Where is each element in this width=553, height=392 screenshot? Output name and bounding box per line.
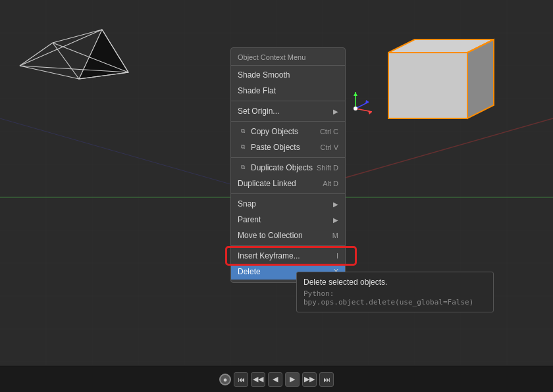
duplicate-shortcut: Shift D	[317, 162, 338, 174]
3d-viewport[interactable]: Object Context Menu Shade Smooth Shade F…	[0, 0, 553, 366]
menu-item-shade-flat[interactable]: Shade Flat	[231, 83, 345, 99]
menu-item-snap[interactable]: Snap ▶	[231, 196, 345, 212]
keyframe-shortcut: I	[336, 251, 338, 262]
move-collection-shortcut: M	[332, 230, 338, 241]
play-button[interactable]: ▶	[285, 372, 300, 387]
svg-rect-39	[388, 53, 467, 118]
menu-item-copy-objects[interactable]: ⧉ Copy Objects Ctrl C	[231, 124, 345, 139]
menu-separator-3	[231, 157, 345, 158]
menu-item-set-origin[interactable]: Set Origin... ▶	[231, 103, 345, 119]
menu-item-paste-objects[interactable]: ⧉ Paste Objects Ctrl V	[231, 139, 345, 155]
svg-point-48	[354, 107, 357, 110]
menu-item-shade-smooth[interactable]: Shade Smooth	[231, 67, 345, 83]
menu-item-insert-keyframe[interactable]: Insert Keyframe... I	[231, 248, 345, 264]
step-back-button[interactable]: ◀	[268, 372, 282, 387]
prev-frame-button[interactable]: ◀◀	[251, 372, 265, 387]
tooltip-title: Delete selected objects.	[303, 278, 487, 287]
context-menu: Object Context Menu Shade Smooth Shade F…	[230, 47, 346, 283]
jump-start-button[interactable]: ⏮	[234, 372, 248, 387]
menu-item-duplicate-objects[interactable]: ⧉ Duplicate Objects Shift D	[231, 160, 345, 176]
menu-separator-4	[231, 193, 345, 194]
paste-icon: ⧉	[238, 142, 248, 153]
jump-end-button[interactable]: ⏭	[319, 372, 334, 387]
context-menu-title: Object Context Menu	[231, 51, 345, 66]
duplicate-icon: ⧉	[238, 162, 248, 173]
tooltip: Delete selected objects. Python: bpy.ops…	[296, 272, 494, 312]
bottom-toolbar: ● ⏮ ◀◀ ◀ ▶ ▶▶ ⏭	[0, 366, 553, 392]
keyframe-dot-button[interactable]: ●	[219, 374, 231, 385]
menu-separator-5	[231, 245, 345, 246]
menu-item-move-to-collection[interactable]: Move to Collection M	[231, 228, 345, 243]
submenu-arrow-set-origin: ▶	[333, 107, 338, 116]
submenu-arrow-parent: ▶	[333, 215, 338, 225]
menu-item-parent[interactable]: Parent ▶	[231, 212, 345, 228]
duplicate-linked-shortcut: Alt D	[323, 178, 338, 189]
menu-separator-1	[231, 101, 345, 101]
submenu-arrow-snap: ▶	[333, 199, 338, 209]
copy-icon: ⧉	[238, 126, 248, 137]
copy-shortcut: Ctrl C	[320, 126, 338, 137]
menu-separator-2	[231, 121, 345, 122]
step-forward-button[interactable]: ▶▶	[302, 372, 317, 387]
menu-item-duplicate-linked[interactable]: Duplicate Linked Alt D	[231, 176, 345, 191]
paste-shortcut: Ctrl V	[321, 142, 339, 153]
tooltip-python: Python: bpy.ops.object.delete(use_global…	[303, 289, 487, 306]
